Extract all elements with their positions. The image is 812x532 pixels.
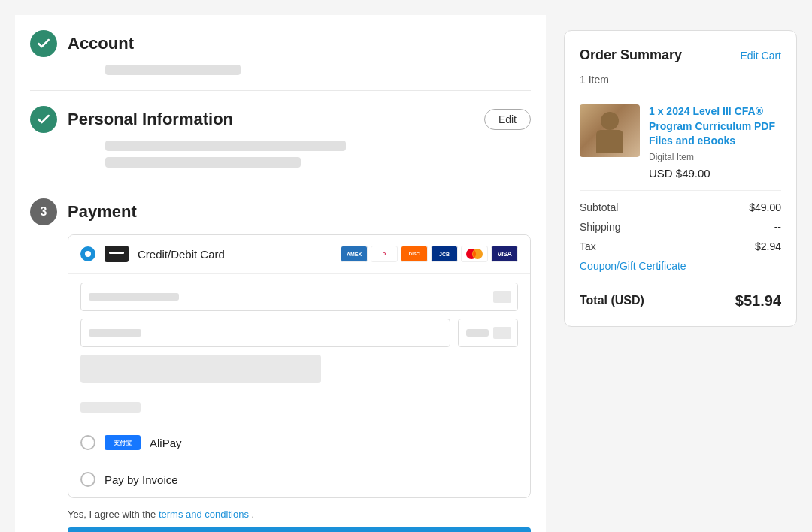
edit-cart-link[interactable]: Edit Cart	[741, 50, 781, 62]
tax-label: Tax	[580, 240, 596, 252]
personal-info-header: Personal Information Edit	[30, 106, 531, 133]
item-image	[580, 104, 640, 157]
personal-info-title: Personal Information	[68, 110, 233, 129]
terms-link[interactable]: terms and conditions	[159, 509, 249, 520]
payment-header: 3 Payment	[30, 198, 531, 225]
billing-placeholder	[80, 402, 141, 413]
alipay-radio[interactable]	[80, 435, 95, 450]
terms-suffix: .	[252, 509, 255, 520]
account-header: Account	[30, 30, 531, 57]
expiry-placeholder	[89, 329, 141, 337]
card-number-icon	[493, 291, 511, 303]
item-image-inner	[580, 104, 640, 157]
subtotal-value: $49.00	[749, 201, 781, 213]
card-cvv-field[interactable]	[458, 319, 518, 347]
visa-icon: VISA	[491, 246, 518, 262]
item-name: 1 x 2024 Level III CFA® Program Curricul…	[649, 104, 781, 149]
personal-info-edit-button[interactable]: Edit	[484, 109, 531, 130]
card-name-row	[80, 355, 518, 383]
payment-step-number: 3	[30, 198, 57, 225]
card-icons-container: AMEX D DISC JCB VISA	[341, 246, 518, 262]
invoice-label: Pay by Invoice	[105, 473, 178, 486]
shipping-value: --	[774, 221, 781, 233]
credit-card-label: Credit/Debit Card	[138, 248, 225, 261]
order-item: 1 x 2024 Level III CFA® Program Curricul…	[580, 104, 781, 191]
cvv-icon	[493, 327, 511, 339]
alipay-logo: 支付宝	[105, 435, 141, 450]
personal-info-check-icon	[30, 106, 57, 133]
card-expiry-cvv-row	[80, 319, 518, 347]
payment-title: Payment	[68, 202, 137, 222]
credit-card-icon	[105, 246, 129, 262]
subtotal-label: Subtotal	[580, 201, 618, 213]
total-label: Total (USD)	[580, 294, 644, 307]
item-type: Digital Item	[649, 152, 781, 162]
invoice-radio[interactable]	[80, 472, 95, 487]
order-summary-panel: Order Summary Edit Cart 1 Item 1 x 2024 …	[564, 30, 797, 327]
submit-area	[68, 527, 531, 532]
total-value: $51.94	[735, 292, 781, 310]
discover-icon: DISC	[401, 246, 428, 262]
billing-row	[80, 394, 518, 413]
payment-section: 3 Payment Credit/Debit Card	[30, 183, 531, 532]
payment-option-alipay[interactable]: 支付宝 AliPay	[68, 425, 530, 461]
item-price: USD $49.00	[649, 167, 781, 180]
terms-row: Yes, I agree with the terms and conditio…	[68, 509, 531, 520]
credit-card-radio[interactable]	[80, 246, 95, 261]
account-section: Account	[30, 15, 531, 91]
shipping-label: Shipping	[580, 221, 621, 233]
coupon-link[interactable]: Coupon/Gift Certificate	[580, 260, 781, 272]
item-count: 1 Item	[580, 74, 781, 95]
account-check-icon	[30, 30, 57, 57]
account-title: Account	[68, 34, 134, 53]
amex-icon: AMEX	[341, 246, 368, 262]
submit-button-bar[interactable]	[68, 527, 531, 532]
card-expiry-field[interactable]	[80, 319, 450, 347]
total-line: Total (USD) $51.94	[580, 283, 781, 310]
alipay-label: AliPay	[150, 437, 182, 449]
mastercard-icon	[461, 246, 488, 262]
card-number-placeholder-text	[89, 293, 179, 301]
tax-line: Tax $2.94	[580, 240, 781, 252]
personal-info-blurred-row-1	[105, 141, 346, 151]
order-summary-title: Order Summary	[580, 47, 682, 63]
item-details: 1 x 2024 Level III CFA® Program Curricul…	[649, 104, 781, 180]
shipping-line: Shipping --	[580, 221, 781, 233]
payment-option-invoice[interactable]: Pay by Invoice	[68, 461, 530, 497]
card-number-field[interactable]	[80, 283, 518, 311]
diners-icon: D	[371, 246, 398, 262]
account-blurred-row	[105, 65, 241, 75]
payment-option-credit[interactable]: Credit/Debit Card AMEX D DISC JCB	[68, 235, 530, 425]
personal-info-section: Personal Information Edit	[30, 91, 531, 183]
order-summary-header: Order Summary Edit Cart	[580, 47, 781, 63]
card-form	[68, 274, 530, 425]
subtotal-line: Subtotal $49.00	[580, 201, 781, 213]
jcb-icon: JCB	[431, 246, 458, 262]
payment-options-box: Credit/Debit Card AMEX D DISC JCB	[68, 234, 531, 498]
cvv-placeholder	[466, 329, 489, 337]
terms-prefix: Yes, I agree with the	[68, 509, 159, 520]
personal-info-blurred-row-2	[105, 157, 301, 168]
tax-value: $2.94	[755, 240, 781, 252]
card-name-placeholder	[80, 355, 321, 383]
